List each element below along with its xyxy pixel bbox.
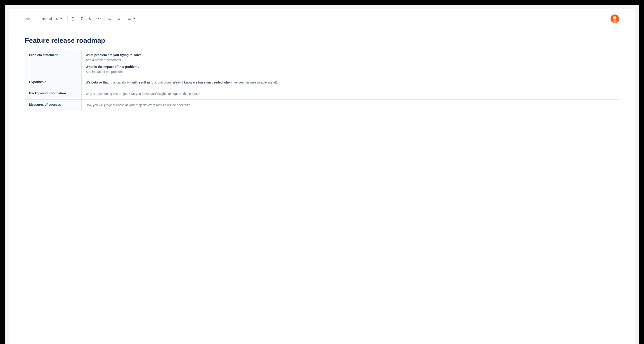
svg-text:3: 3	[117, 19, 117, 20]
page-title[interactable]: Feature release roadmap	[25, 37, 322, 44]
problem-p1: Add a problem statement	[86, 58, 322, 62]
bold-button[interactable]	[71, 17, 75, 21]
problem-statement-label[interactable]: Problem statement	[25, 50, 82, 77]
svg-rect-14	[128, 20, 131, 20]
format-group: •••	[71, 17, 101, 21]
confluence-logo-icon	[25, 16, 31, 22]
hypothesis-text: We believe that (this capability) will r…	[86, 80, 322, 85]
table-row: Problem statement What problem are you t…	[25, 50, 322, 77]
toolbar-divider	[104, 16, 104, 21]
background-label[interactable]: Background information	[25, 88, 82, 100]
more-dots-icon: •••	[96, 17, 101, 21]
background-cell[interactable]: Why are you doing this project? Do you h…	[82, 88, 322, 100]
numbered-list-button[interactable]: 123	[116, 17, 121, 21]
chevron-down-icon	[60, 18, 62, 20]
problem-q2: What is the impact of this problem?	[86, 65, 322, 69]
editor-page: Normal text •••	[9, 9, 322, 172]
measures-placeholder: How you will judge success of your proje…	[86, 103, 322, 108]
toolbar-divider	[124, 16, 124, 21]
background-placeholder: Why are you doing this project? Do you h…	[86, 91, 322, 96]
align-button[interactable]	[127, 17, 132, 21]
editor-toolbar: Normal text •••	[9, 9, 322, 29]
table-row: Measures of success How you will judge s…	[25, 100, 322, 111]
svg-rect-1	[109, 18, 111, 18]
bullet-list-button[interactable]	[108, 17, 112, 21]
svg-rect-13	[128, 19, 130, 19]
measures-cell[interactable]: How you will judge success of your proje…	[82, 100, 322, 111]
svg-rect-11	[118, 20, 120, 20]
italic-button[interactable]	[79, 17, 84, 21]
chevron-down-icon	[133, 18, 136, 20]
text-style-dropdown[interactable]: Normal text	[40, 16, 64, 22]
align-group	[127, 17, 136, 21]
svg-rect-12	[128, 18, 131, 18]
outer-frame: Normal text •••	[5, 5, 322, 172]
table-row: Hypothesis We believe that (this capabil…	[25, 77, 322, 88]
svg-point-2	[108, 19, 109, 19]
svg-rect-9	[118, 19, 120, 19]
hypothesis-label[interactable]: Hypothesis	[25, 77, 82, 88]
problem-q1: What problem are you trying to solve?	[86, 53, 322, 57]
document-content: Feature release roadmap Problem statemen…	[9, 37, 322, 111]
svg-point-4	[108, 20, 109, 20]
more-formatting-button[interactable]: •••	[96, 17, 101, 21]
underline-button[interactable]	[88, 17, 92, 21]
svg-point-0	[108, 18, 109, 18]
svg-rect-3	[109, 19, 111, 19]
svg-rect-7	[118, 18, 120, 18]
list-group: 123	[108, 17, 121, 21]
problem-statement-cell[interactable]: What problem are you trying to solve? Ad…	[82, 50, 322, 77]
measures-label[interactable]: Measures of success	[25, 100, 82, 111]
problem-p2: Add impact of the problem	[86, 70, 322, 74]
hypothesis-cell[interactable]: We believe that (this capability) will r…	[82, 77, 322, 88]
table-row: Background information Why are you doing…	[25, 88, 322, 100]
roadmap-table: Problem statement What problem are you t…	[25, 50, 322, 111]
text-style-label: Normal text	[42, 17, 58, 21]
svg-rect-5	[109, 20, 111, 20]
